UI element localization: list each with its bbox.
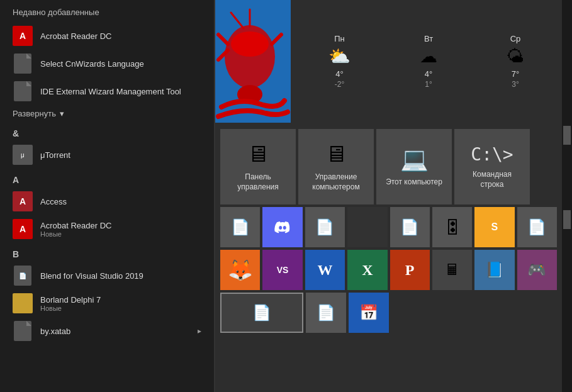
tile-generic-game[interactable]: 🎮 — [517, 250, 557, 290]
blend-icon: 📄 — [13, 266, 33, 286]
tile-selected[interactable]: 📄 — [220, 293, 303, 333]
app-borland[interactable]: Borland Delphi 7 Новые — [0, 289, 214, 317]
tile-generic-4[interactable]: 📄 — [517, 207, 557, 247]
volume-icon: 🎛 — [444, 217, 461, 238]
weather-drawing — [215, 0, 291, 123]
app-blend[interactable]: 📄 Blend for Visual Studio 2019 — [0, 262, 214, 289]
tile-label: Управление компьютером — [305, 172, 367, 192]
excel-icon: X — [362, 262, 373, 279]
day-name: Пн — [334, 34, 345, 43]
recent-app-ide[interactable]: IDE External Wizard Management Tool — [0, 77, 214, 105]
tile-generic-3[interactable]: 📄 — [390, 207, 430, 247]
chevron-down-icon: ▾ — [60, 109, 64, 118]
tile-volume[interactable]: 🎛 — [432, 207, 472, 247]
weather-day-monday: Пн ⛅ 4° -2° — [328, 34, 350, 89]
weather-day-tuesday: Вт ☁ 4° 1° — [420, 34, 437, 89]
app-name: μTorrent — [40, 150, 70, 160]
vs-icon: VS — [277, 265, 289, 275]
tile-cmd[interactable]: C:\> Командная строка — [454, 129, 530, 204]
temp-low: 3° — [512, 80, 519, 89]
cnwizards-icon — [13, 53, 33, 74]
temp-high: 4° — [335, 69, 343, 79]
tiles-section: 🖥 Панель управления 🖥 Управление компьют… — [215, 123, 562, 392]
powerpoint-icon: P — [405, 262, 415, 279]
acrobat-icon: A — [13, 26, 33, 46]
side-button-ilo[interactable] — [563, 126, 571, 145]
this-pc-icon: 💻 — [400, 146, 429, 172]
byxatab-icon — [13, 321, 33, 341]
generic-icon: 📄 — [400, 218, 419, 236]
app-name: Select CnWizards Language — [40, 59, 144, 69]
tile-powerpoint[interactable]: P — [390, 250, 430, 290]
app-acrobat-a[interactable]: A Acrobat Reader DC Новые — [0, 215, 214, 243]
tile-generic-book[interactable]: 📘 — [474, 250, 514, 290]
right-panel: Пн ⛅ 4° -2° Вт ☁ 4° 1° Ср 🌤 7° — [215, 0, 562, 392]
weather-icon-wednesday: 🌤 — [507, 46, 524, 67]
tile-generic-5[interactable]: 📄 — [306, 293, 346, 333]
tile-calculator[interactable]: 🖩 — [432, 250, 472, 290]
app-name: Blend for Visual Studio 2019 — [40, 271, 143, 281]
word-icon: W — [317, 262, 332, 279]
app-name: Acrobat Reader DC — [40, 221, 111, 230]
calculator-icon: 🖩 — [445, 261, 460, 279]
small-tiles-row3: 📄 📄 📅 — [220, 293, 557, 333]
section-letter-ampersand: & — [0, 122, 214, 141]
day-name: Ср — [510, 34, 521, 43]
large-tiles-row: 🖥 Панель управления 🖥 Управление компьют… — [220, 129, 557, 204]
weather-temps-tuesday: 4° 1° — [425, 69, 432, 89]
weather-temps-wednesday: 7° 3° — [512, 69, 519, 89]
generic-icon: 📄 — [317, 304, 335, 322]
app-byxatab[interactable]: by.xatab ▸ — [0, 317, 214, 345]
borland-icon — [13, 293, 33, 313]
ide-icon — [13, 81, 33, 101]
tile-generic-2[interactable]: 📄 — [305, 207, 345, 247]
recent-app-acrobat[interactable]: A Acrobat Reader DC — [0, 22, 214, 50]
temp-low: -2° — [335, 80, 344, 89]
tile-label: Командная строка — [461, 170, 524, 189]
weather-main-tile[interactable] — [215, 0, 291, 123]
weather-icon-monday: ⛅ — [328, 46, 350, 67]
tile-visual-studio[interactable]: VS — [262, 250, 302, 290]
tile-discord[interactable] — [262, 207, 302, 247]
expand-button[interactable]: Развернуть ▾ — [0, 105, 214, 122]
tile-computer-management[interactable]: 🖥 Управление компьютером — [298, 129, 374, 204]
tile-spacer — [347, 207, 387, 247]
tile-word[interactable]: W — [305, 250, 345, 290]
tile-control-panel[interactable]: 🖥 Панель управления — [220, 129, 296, 204]
app-access[interactable]: A Access — [0, 188, 214, 215]
chevron-right-icon: ▸ — [198, 327, 201, 335]
temp-high: 7° — [512, 69, 519, 79]
app-name: IDE External Wizard Management Tool — [40, 87, 181, 96]
section-letter-b: B — [0, 243, 214, 262]
weather-day-wednesday: Ср 🌤 7° 3° — [507, 34, 524, 89]
access-icon: A — [13, 191, 33, 211]
tile-calendar[interactable]: 📅 — [349, 293, 389, 333]
tile-firefox[interactable]: 🦊 — [220, 250, 260, 290]
day-name: Вт — [424, 34, 433, 43]
tile-excel[interactable]: X — [347, 250, 387, 290]
book-icon: 📘 — [485, 261, 504, 279]
selected-icon: 📄 — [252, 304, 271, 322]
tile-this-pc[interactable]: 💻 Этот компьютер — [376, 129, 452, 204]
section-letter-a: A — [0, 169, 214, 188]
side-panel — [562, 0, 572, 392]
small-tiles-row2: 🦊 VS W X P 🖩 📘 🎮 — [220, 250, 557, 290]
app-name: Acrobat Reader DC — [40, 31, 111, 41]
app-name: by.xatab — [40, 327, 70, 336]
control-panel-icon: 🖥 — [247, 141, 269, 167]
cmd-icon: C:\> — [471, 144, 513, 165]
utorrent-icon: μ — [13, 145, 33, 165]
app-utorrent[interactable]: μ μTorrent — [0, 141, 214, 169]
side-button-ton[interactable] — [563, 210, 571, 229]
tile-label: Панель управления — [227, 172, 289, 192]
firefox-icon: 🦊 — [228, 258, 253, 282]
weather-days-container: Пн ⛅ 4° -2° Вт ☁ 4° 1° Ср 🌤 7° — [291, 0, 562, 123]
recent-app-cnwizards[interactable]: Select CnWizards Language — [0, 50, 214, 77]
tile-generic-1[interactable]: 📄 — [220, 207, 260, 247]
app-name: Access — [40, 197, 67, 206]
small-tiles-row1: 📄 📄 📄 🎛 S 📄 — [220, 207, 557, 247]
weather-temps-monday: 4° -2° — [335, 69, 344, 89]
steelseries-icon: S — [491, 221, 498, 233]
tile-label: Этот компьютер — [386, 177, 442, 188]
tile-steelseries[interactable]: S — [474, 207, 514, 247]
